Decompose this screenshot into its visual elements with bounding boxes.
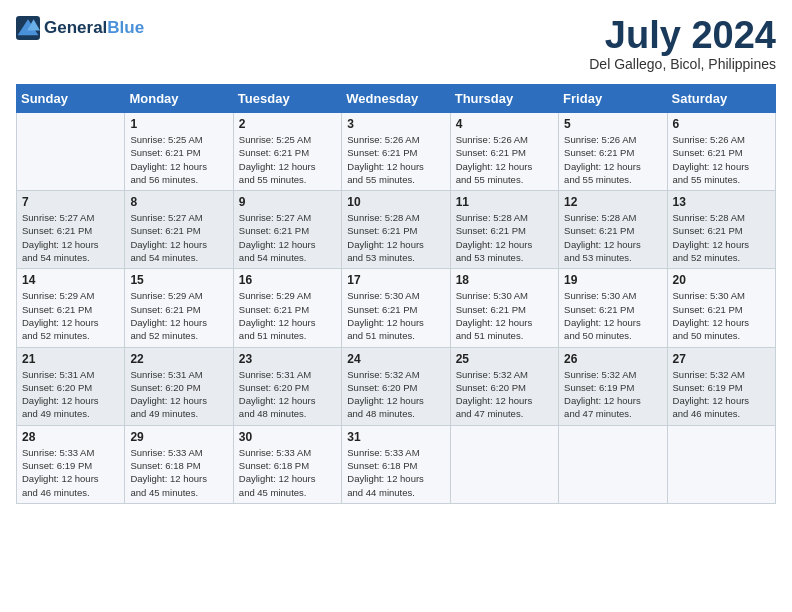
calendar-cell: 20Sunrise: 5:30 AM Sunset: 6:21 PM Dayli… xyxy=(667,269,775,347)
day-number: 9 xyxy=(239,195,336,209)
day-info: Sunrise: 5:30 AM Sunset: 6:21 PM Dayligh… xyxy=(564,289,661,342)
calendar-cell: 29Sunrise: 5:33 AM Sunset: 6:18 PM Dayli… xyxy=(125,425,233,503)
day-info: Sunrise: 5:31 AM Sunset: 6:20 PM Dayligh… xyxy=(239,368,336,421)
day-number: 28 xyxy=(22,430,119,444)
calendar-week-row: 28Sunrise: 5:33 AM Sunset: 6:19 PM Dayli… xyxy=(17,425,776,503)
day-info: Sunrise: 5:26 AM Sunset: 6:21 PM Dayligh… xyxy=(564,133,661,186)
calendar-cell: 26Sunrise: 5:32 AM Sunset: 6:19 PM Dayli… xyxy=(559,347,667,425)
calendar-cell: 30Sunrise: 5:33 AM Sunset: 6:18 PM Dayli… xyxy=(233,425,341,503)
day-number: 13 xyxy=(673,195,770,209)
weekday-header: Saturday xyxy=(667,85,775,113)
calendar-cell: 31Sunrise: 5:33 AM Sunset: 6:18 PM Dayli… xyxy=(342,425,450,503)
day-info: Sunrise: 5:28 AM Sunset: 6:21 PM Dayligh… xyxy=(564,211,661,264)
day-info: Sunrise: 5:29 AM Sunset: 6:21 PM Dayligh… xyxy=(22,289,119,342)
calendar-cell: 27Sunrise: 5:32 AM Sunset: 6:19 PM Dayli… xyxy=(667,347,775,425)
calendar-week-row: 14Sunrise: 5:29 AM Sunset: 6:21 PM Dayli… xyxy=(17,269,776,347)
day-info: Sunrise: 5:32 AM Sunset: 6:19 PM Dayligh… xyxy=(673,368,770,421)
day-info: Sunrise: 5:32 AM Sunset: 6:20 PM Dayligh… xyxy=(347,368,444,421)
calendar-cell: 3Sunrise: 5:26 AM Sunset: 6:21 PM Daylig… xyxy=(342,113,450,191)
day-number: 24 xyxy=(347,352,444,366)
calendar-cell: 8Sunrise: 5:27 AM Sunset: 6:21 PM Daylig… xyxy=(125,191,233,269)
day-info: Sunrise: 5:26 AM Sunset: 6:21 PM Dayligh… xyxy=(347,133,444,186)
calendar-cell: 13Sunrise: 5:28 AM Sunset: 6:21 PM Dayli… xyxy=(667,191,775,269)
calendar-cell: 23Sunrise: 5:31 AM Sunset: 6:20 PM Dayli… xyxy=(233,347,341,425)
logo: GeneralBlue xyxy=(16,16,144,40)
day-info: Sunrise: 5:32 AM Sunset: 6:19 PM Dayligh… xyxy=(564,368,661,421)
day-number: 27 xyxy=(673,352,770,366)
day-number: 2 xyxy=(239,117,336,131)
day-number: 23 xyxy=(239,352,336,366)
day-info: Sunrise: 5:32 AM Sunset: 6:20 PM Dayligh… xyxy=(456,368,553,421)
day-number: 3 xyxy=(347,117,444,131)
day-number: 29 xyxy=(130,430,227,444)
day-number: 22 xyxy=(130,352,227,366)
weekday-row: SundayMondayTuesdayWednesdayThursdayFrid… xyxy=(17,85,776,113)
calendar-cell: 12Sunrise: 5:28 AM Sunset: 6:21 PM Dayli… xyxy=(559,191,667,269)
calendar-cell: 28Sunrise: 5:33 AM Sunset: 6:19 PM Dayli… xyxy=(17,425,125,503)
day-number: 12 xyxy=(564,195,661,209)
day-number: 8 xyxy=(130,195,227,209)
day-number: 21 xyxy=(22,352,119,366)
calendar-header: SundayMondayTuesdayWednesdayThursdayFrid… xyxy=(17,85,776,113)
calendar-cell: 18Sunrise: 5:30 AM Sunset: 6:21 PM Dayli… xyxy=(450,269,558,347)
calendar-cell: 7Sunrise: 5:27 AM Sunset: 6:21 PM Daylig… xyxy=(17,191,125,269)
day-number: 11 xyxy=(456,195,553,209)
day-number: 26 xyxy=(564,352,661,366)
calendar-cell xyxy=(450,425,558,503)
day-info: Sunrise: 5:31 AM Sunset: 6:20 PM Dayligh… xyxy=(130,368,227,421)
calendar-cell: 6Sunrise: 5:26 AM Sunset: 6:21 PM Daylig… xyxy=(667,113,775,191)
day-info: Sunrise: 5:27 AM Sunset: 6:21 PM Dayligh… xyxy=(239,211,336,264)
calendar-cell: 11Sunrise: 5:28 AM Sunset: 6:21 PM Dayli… xyxy=(450,191,558,269)
day-info: Sunrise: 5:28 AM Sunset: 6:21 PM Dayligh… xyxy=(456,211,553,264)
weekday-header: Friday xyxy=(559,85,667,113)
day-number: 6 xyxy=(673,117,770,131)
logo-icon xyxy=(16,16,40,40)
weekday-header: Monday xyxy=(125,85,233,113)
day-info: Sunrise: 5:29 AM Sunset: 6:21 PM Dayligh… xyxy=(130,289,227,342)
calendar-cell: 19Sunrise: 5:30 AM Sunset: 6:21 PM Dayli… xyxy=(559,269,667,347)
calendar-cell: 24Sunrise: 5:32 AM Sunset: 6:20 PM Dayli… xyxy=(342,347,450,425)
day-number: 16 xyxy=(239,273,336,287)
month-title: July 2024 xyxy=(589,16,776,54)
weekday-header: Sunday xyxy=(17,85,125,113)
day-number: 19 xyxy=(564,273,661,287)
weekday-header: Thursday xyxy=(450,85,558,113)
day-info: Sunrise: 5:33 AM Sunset: 6:18 PM Dayligh… xyxy=(239,446,336,499)
calendar-cell: 14Sunrise: 5:29 AM Sunset: 6:21 PM Dayli… xyxy=(17,269,125,347)
calendar-cell: 9Sunrise: 5:27 AM Sunset: 6:21 PM Daylig… xyxy=(233,191,341,269)
day-number: 18 xyxy=(456,273,553,287)
day-info: Sunrise: 5:26 AM Sunset: 6:21 PM Dayligh… xyxy=(673,133,770,186)
weekday-header: Tuesday xyxy=(233,85,341,113)
day-info: Sunrise: 5:29 AM Sunset: 6:21 PM Dayligh… xyxy=(239,289,336,342)
day-number: 25 xyxy=(456,352,553,366)
calendar-cell: 22Sunrise: 5:31 AM Sunset: 6:20 PM Dayli… xyxy=(125,347,233,425)
day-number: 4 xyxy=(456,117,553,131)
day-number: 7 xyxy=(22,195,119,209)
day-info: Sunrise: 5:28 AM Sunset: 6:21 PM Dayligh… xyxy=(347,211,444,264)
day-info: Sunrise: 5:30 AM Sunset: 6:21 PM Dayligh… xyxy=(673,289,770,342)
calendar-cell xyxy=(17,113,125,191)
calendar-body: 1Sunrise: 5:25 AM Sunset: 6:21 PM Daylig… xyxy=(17,113,776,504)
day-info: Sunrise: 5:25 AM Sunset: 6:21 PM Dayligh… xyxy=(130,133,227,186)
day-info: Sunrise: 5:33 AM Sunset: 6:18 PM Dayligh… xyxy=(130,446,227,499)
day-number: 5 xyxy=(564,117,661,131)
calendar-cell xyxy=(667,425,775,503)
day-number: 1 xyxy=(130,117,227,131)
calendar-week-row: 1Sunrise: 5:25 AM Sunset: 6:21 PM Daylig… xyxy=(17,113,776,191)
calendar-cell: 5Sunrise: 5:26 AM Sunset: 6:21 PM Daylig… xyxy=(559,113,667,191)
calendar-cell: 2Sunrise: 5:25 AM Sunset: 6:21 PM Daylig… xyxy=(233,113,341,191)
day-number: 17 xyxy=(347,273,444,287)
calendar-cell: 1Sunrise: 5:25 AM Sunset: 6:21 PM Daylig… xyxy=(125,113,233,191)
calendar-cell: 4Sunrise: 5:26 AM Sunset: 6:21 PM Daylig… xyxy=(450,113,558,191)
calendar-week-row: 21Sunrise: 5:31 AM Sunset: 6:20 PM Dayli… xyxy=(17,347,776,425)
day-info: Sunrise: 5:31 AM Sunset: 6:20 PM Dayligh… xyxy=(22,368,119,421)
calendar-cell: 17Sunrise: 5:30 AM Sunset: 6:21 PM Dayli… xyxy=(342,269,450,347)
day-info: Sunrise: 5:33 AM Sunset: 6:18 PM Dayligh… xyxy=(347,446,444,499)
day-info: Sunrise: 5:30 AM Sunset: 6:21 PM Dayligh… xyxy=(347,289,444,342)
calendar-cell: 21Sunrise: 5:31 AM Sunset: 6:20 PM Dayli… xyxy=(17,347,125,425)
day-number: 10 xyxy=(347,195,444,209)
day-number: 30 xyxy=(239,430,336,444)
calendar-cell: 10Sunrise: 5:28 AM Sunset: 6:21 PM Dayli… xyxy=(342,191,450,269)
day-number: 14 xyxy=(22,273,119,287)
weekday-header: Wednesday xyxy=(342,85,450,113)
